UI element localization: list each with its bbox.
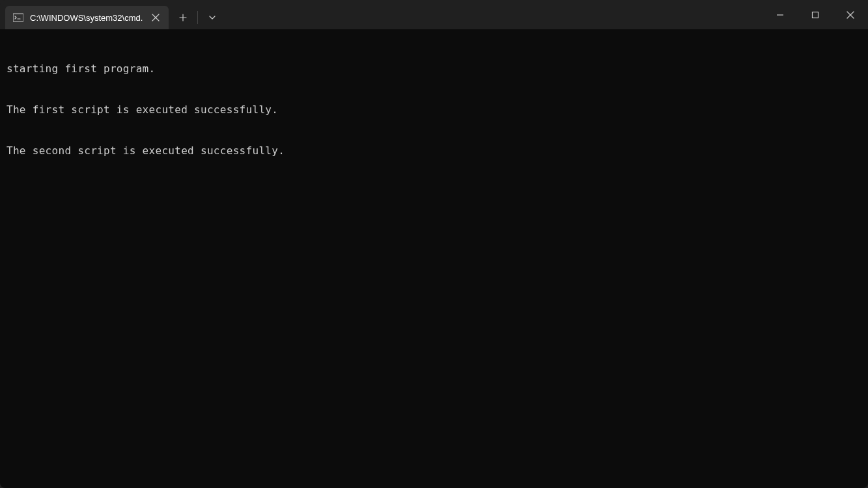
titlebar: C:\WINDOWS\system32\cmd.	[0, 0, 868, 29]
tab-area: C:\WINDOWS\system32\cmd.	[0, 0, 224, 29]
tab-close-button[interactable]	[149, 11, 162, 24]
minimize-button[interactable]	[763, 0, 798, 29]
svg-rect-3	[813, 12, 819, 18]
terminal-output[interactable]: starting first program. The first script…	[0, 29, 868, 488]
terminal-line: The second script is executed successful…	[7, 144, 861, 157]
chevron-down-icon	[208, 14, 216, 21]
window-controls	[763, 0, 868, 29]
tab-dropdown-button[interactable]	[201, 6, 224, 29]
close-window-button[interactable]	[833, 0, 868, 29]
close-icon	[152, 14, 160, 21]
cmd-icon	[13, 12, 23, 23]
terminal-line: The first script is executed successfull…	[7, 103, 861, 116]
plus-icon	[179, 14, 187, 21]
terminal-line: starting first program.	[7, 62, 861, 75]
maximize-button[interactable]	[798, 0, 833, 29]
tab-active[interactable]: C:\WINDOWS\system32\cmd.	[5, 6, 169, 29]
close-icon	[847, 11, 854, 19]
new-tab-button[interactable]	[171, 6, 195, 29]
tab-controls	[169, 6, 224, 29]
tab-title: C:\WINDOWS\system32\cmd.	[30, 13, 143, 23]
minimize-icon	[776, 11, 784, 19]
divider	[197, 11, 198, 24]
maximize-icon	[811, 11, 819, 19]
svg-rect-0	[13, 14, 23, 21]
